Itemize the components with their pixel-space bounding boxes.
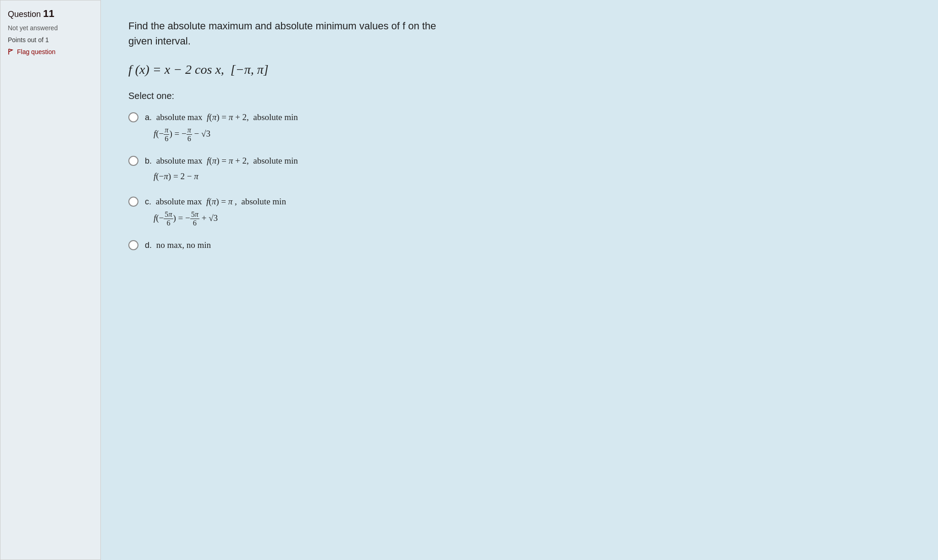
option-b-text-line1: b. absolute max f(π) = π + 2, absolute m… — [145, 154, 298, 168]
formula-text: f (x) = x − 2 cos x, [−π, π] — [128, 62, 269, 77]
option-b-block: b. absolute max f(π) = π + 2, absolute m… — [145, 154, 298, 184]
select-one-label: Select one: — [128, 91, 910, 101]
main-content: Find the absolute maximum and absolute m… — [101, 0, 938, 560]
flag-question-button[interactable]: Flag question — [8, 48, 93, 55]
option-c-block: c. absolute max f(π) = π , absolute min … — [145, 195, 286, 227]
option-a-block: a. absolute max f(π) = π + 2, absolute m… — [145, 110, 298, 143]
option-d-text-line1: d. no max, no min — [145, 238, 211, 252]
question-line1: Find the absolute maximum and absolute m… — [128, 20, 436, 32]
options-list: a. absolute max f(π) = π + 2, absolute m… — [128, 110, 910, 252]
radio-c[interactable] — [128, 197, 138, 207]
radio-d[interactable] — [128, 240, 138, 250]
question-status: Not yet answered — [8, 24, 93, 32]
option-d[interactable]: d. no max, no min — [128, 238, 910, 252]
option-c[interactable]: c. absolute max f(π) = π , absolute min … — [128, 195, 910, 227]
radio-b[interactable] — [128, 156, 138, 166]
formula-display: f (x) = x − 2 cos x, [−π, π] — [128, 62, 910, 77]
option-b-text-line2: f(−π) = 2 − π — [145, 170, 298, 183]
page-container: Question 11 Not yet answered Points out … — [0, 0, 938, 560]
option-a-text-line1: a. absolute max f(π) = π + 2, absolute m… — [145, 110, 298, 124]
flag-question-label: Flag question — [17, 48, 55, 55]
option-c-text-line1: c. absolute max f(π) = π , absolute min — [145, 195, 286, 209]
question-label: Question 11 — [8, 8, 93, 20]
points-label: Points out of 1 — [8, 36, 93, 44]
question-text: Question — [8, 10, 41, 19]
flag-icon — [8, 49, 14, 55]
sidebar: Question 11 Not yet answered Points out … — [0, 0, 101, 560]
radio-a[interactable] — [128, 112, 138, 122]
option-a-text-line2: f(−π6) = −π6 − √3 — [145, 126, 298, 143]
question-line2: given interval. — [128, 35, 191, 47]
option-c-text-line2: f(−5π6) = −5π6 + √3 — [145, 210, 286, 227]
option-b[interactable]: b. absolute max f(π) = π + 2, absolute m… — [128, 154, 910, 184]
question-text-block: Find the absolute maximum and absolute m… — [128, 18, 495, 49]
option-a[interactable]: a. absolute max f(π) = π + 2, absolute m… — [128, 110, 910, 143]
question-number: 11 — [43, 8, 54, 19]
option-d-block: d. no max, no min — [145, 238, 211, 252]
